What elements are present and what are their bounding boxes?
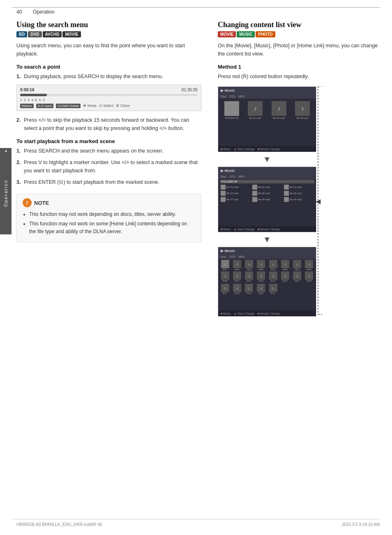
footer-left: HB905SB-A0.BPANLLK_ENG_0405.indd40 40 (16, 522, 102, 527)
ms3-item-7: ♪ file07 (292, 260, 303, 271)
badge-dvd: DVD (28, 31, 42, 37)
ms2-row-8: file 08.mp3 (251, 197, 283, 202)
left-intro: Using search menu, you can easy to find … (16, 42, 201, 58)
sb-end-time: 01:35:35 (182, 88, 198, 92)
screens-container: ▶ Music Disc DTS MP3 FOLDER 00 (218, 86, 316, 317)
method1-title: Method 1 (218, 64, 380, 70)
subsection2-steps: 1. Press SEARCH and the search menu appe… (16, 147, 201, 186)
method1-text: Press red (R) colored button repeatedly. (218, 72, 380, 81)
ms2-folder: FOLDER 00 (220, 180, 314, 183)
footer-right: 2010.3.5 9:18:16 AM (342, 522, 380, 527)
left-badge-row: BD DVD AVCHD MOVIE (16, 31, 201, 37)
ms1-item-4: ♪ file 03.mp3 (292, 101, 314, 119)
music-screen-3: ▶ Music Disc DTS MP3 ♪ file01 ♪ (218, 247, 316, 317)
step-1-1-num: 1. (16, 72, 21, 81)
ms3-item-14: ♪ file14 (279, 271, 291, 282)
step-1-2-num: 2. (16, 116, 21, 124)
page-number: 40 (16, 9, 22, 15)
note-icon: ! (23, 198, 32, 207)
footer-area: HB905SB-A0.BPANLLK_ENG_0405.indd40 40 20… (16, 522, 380, 527)
badge-music: MUSIC (237, 31, 255, 37)
ms3-item-9: ♪ file09 (219, 271, 231, 282)
ms1-folder-thumb (224, 101, 239, 116)
ms2-row-9: file 09.mp3 (283, 197, 314, 202)
step-1-1-text: During playback, press SEARCH to display… (24, 74, 163, 79)
arrow-1: ▼ (218, 152, 316, 167)
ms3-item-8: ♪ file08 (304, 260, 315, 271)
step-2-3: 3. Press ENTER (⊙) to start playback fro… (16, 178, 201, 186)
step-1-1: 1. During playback, press SEARCH to disp… (16, 72, 201, 81)
sb-marker-a: A (39, 98, 41, 102)
note-header: ! NOTE (23, 198, 195, 207)
step-2-1: 1. Press SEARCH and the search menu appe… (16, 147, 201, 155)
step-1-2-text: Press </> to skip the playback 15 second… (24, 117, 189, 131)
ms3-title: ▶ Music (221, 249, 235, 253)
sidebar-tab: Operation (0, 152, 12, 234)
ms3-r2-4: ♪ file20 (256, 284, 267, 294)
ms1-header: ▶ Music (218, 87, 316, 94)
right-intro: On the [Movie], [Music], [Photo] or [Hom… (218, 42, 380, 58)
sb-progress-fill (20, 94, 47, 96)
ms1-thumb-4: ♪ (295, 101, 310, 116)
ms1-item-folder: FOLDER 00 (221, 101, 243, 119)
ms2-row-5: file 05.mp3 (251, 190, 283, 196)
ms3-item-3: ♪ file03 (244, 260, 255, 271)
search-bar-mockup: 0:00:16 01:35:35 1 2 3 4 5 A 2 Marker (16, 85, 201, 111)
ms2-title: ▶ Music (221, 169, 235, 173)
step-2-3-text: Press ENTER (⊙) to start playback from t… (24, 179, 159, 185)
ms2-footer: ■ Menu ▲ View Change ■ Device Change (218, 226, 316, 232)
ms1-thumb-3: ♪ (272, 101, 286, 116)
sb-progress-bar (20, 94, 198, 96)
right-column: Changing content list view MOVIE MUSIC P… (214, 21, 380, 318)
content-area: Using the search menu BD DVD AVCHD MOVIE… (16, 21, 380, 318)
ms3-content: ♪ file01 ♪ file02 ♪ file03 ♪ (218, 259, 316, 283)
ms2-header: ▶ Music (218, 167, 316, 174)
step-2-2-text: Press V to highlight a marker number. Us… (24, 160, 198, 174)
sb-move: ❖ Move (83, 104, 97, 108)
ms2-row-4: file 04.mp3 (220, 190, 251, 196)
step-2-1-num: 1. (16, 147, 21, 155)
sb-start-time: 0:00:16 (20, 88, 34, 92)
step-1-2: 2. Press </> to skip the playback 15 sec… (16, 116, 201, 132)
ms3-item-16: ♪ file16 (304, 271, 315, 282)
ms3-r2-5: ♪ file21 (267, 284, 279, 294)
ms1-item-3: ♪ file 02.mp3 (268, 101, 290, 119)
ms3-item-5: ♪ file05 (267, 260, 279, 271)
sb-select: ⊙ Select (99, 104, 114, 108)
sidebar-label: Operation (3, 180, 8, 207)
ms1-item-2: ♪ file 01.mp3 (244, 101, 267, 119)
bracket-arrow-icon: ◀ (316, 198, 321, 205)
left-column: Using the search menu BD DVD AVCHD MOVIE… (16, 21, 214, 318)
ms2-row-2: file 02.mp3 (251, 184, 283, 190)
sb-marker-4: 4 (31, 98, 33, 102)
badge-avchd: AVCHD (43, 31, 62, 37)
note-box: ! NOTE This function may not work depend… (16, 194, 201, 242)
music-screen-2: ▶ Music Disc DTS MP3 FOLDER 00 file (218, 167, 316, 232)
sb-marker-1: 1 (20, 98, 22, 102)
note-item-2: This function may not work on some [Home… (29, 220, 195, 236)
sb-marker-6: 2 (43, 98, 45, 102)
sb-btn-delete: CLEAR Delete (56, 104, 81, 108)
ms3-r2-2: ♪ file18 (231, 284, 242, 294)
ms3-r2-3: ♪ file19 (244, 284, 255, 294)
badge-photo: PHOTO (256, 31, 275, 37)
page-border-top (12, 7, 380, 8)
note-list: This function may not work depending on … (23, 211, 195, 236)
ms3-item-11: ♪ file11 (244, 271, 255, 282)
sb-btn-input: D-D Input (36, 104, 53, 108)
music-screen-1: ▶ Music Disc DTS MP3 FOLDER 00 (218, 86, 316, 152)
ms2-row-3: file 03.mp3 (283, 184, 314, 190)
left-section-title: Using the search menu (16, 21, 201, 29)
ms2-row-6: file 06.mp3 (283, 190, 314, 196)
ms1-subtitle: Disc DTS MP3 (218, 94, 316, 99)
badge-bd: BD (16, 31, 27, 37)
ms3-subtitle: Disc DTS MP3 (218, 255, 316, 259)
sb-close: ⚙ Close (116, 104, 130, 108)
right-section-title: Changing content list view (218, 21, 380, 29)
page-border-bottom (12, 519, 380, 519)
ms3-footer: ■ Menu ▲ View Change ■ Device Change (218, 310, 316, 316)
two-column-layout: Using the search menu BD DVD AVCHD MOVIE… (16, 21, 380, 318)
ms3-item-6: ♪ file06 (279, 260, 291, 271)
subsection2-title: To start playback from a marked scene (16, 138, 201, 144)
ms1-footer: ■ Menu ▲ View Change ■ Device Change (218, 146, 316, 152)
